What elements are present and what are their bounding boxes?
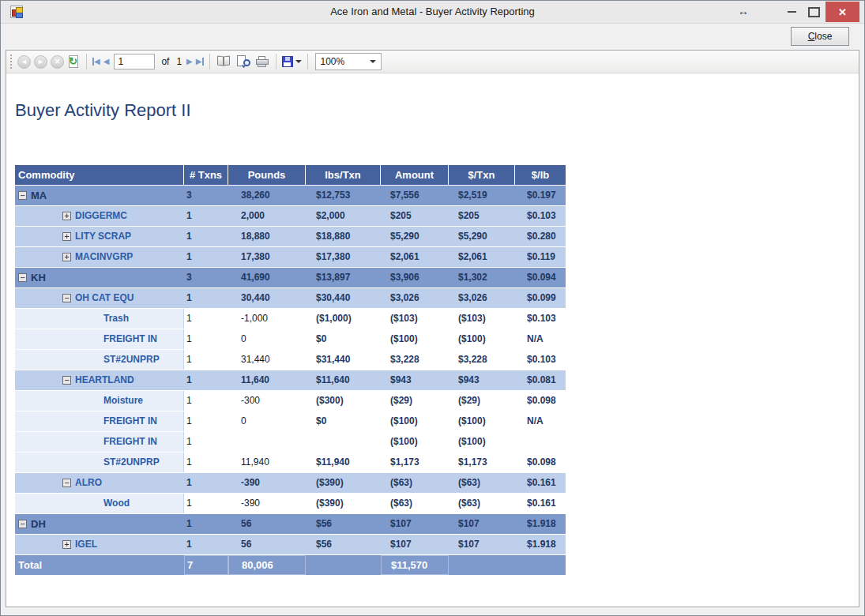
- expand-icon[interactable]: +: [62, 253, 71, 261]
- lbs-txn-cell: ($390): [306, 494, 381, 513]
- minimize-button[interactable]: [788, 11, 796, 13]
- per-txn-cell: ($29): [449, 391, 515, 411]
- commodity-label: Wood: [103, 494, 130, 513]
- amount-cell: $205: [381, 206, 449, 226]
- per-txn-cell: $5,290: [449, 227, 515, 246]
- zoom-dropdown-icon: [370, 60, 376, 63]
- per-lb-cell: $0.197: [515, 186, 566, 205]
- amount-cell: ($100): [381, 411, 449, 431]
- total-per-txn-cell: [449, 555, 515, 575]
- resize-icon[interactable]: ↔: [733, 1, 754, 23]
- commodity-label: MACINVGRP: [75, 247, 133, 267]
- per-txn-cell: $2,061: [449, 247, 515, 267]
- per-lb-cell: $1.918: [515, 514, 566, 534]
- table-row: +IGEL156$56$107$107$1.918: [15, 535, 566, 555]
- collapse-icon[interactable]: −: [62, 294, 71, 302]
- stop-button[interactable]: ✕: [51, 55, 64, 69]
- close-window-button[interactable]: ✕: [826, 2, 859, 22]
- amount-cell: $943: [381, 370, 449, 390]
- page-setup-button[interactable]: [216, 56, 231, 67]
- commodity-cell: ST#2UNPRP: [15, 350, 184, 370]
- commodity-cell: Wood: [15, 494, 184, 513]
- lbs-txn-cell: ($1,000): [306, 309, 381, 329]
- commodity-label: KH: [31, 268, 46, 287]
- per-txn-cell: $1,173: [449, 453, 515, 472]
- forward-button[interactable]: ►: [34, 55, 47, 69]
- commodity-label: DH: [31, 514, 46, 534]
- txns-cell: 1: [184, 247, 228, 267]
- refresh-button[interactable]: ↻: [67, 55, 81, 69]
- commodity-cell: Trash: [15, 309, 184, 329]
- first-page-button[interactable]: ◀: [92, 58, 100, 66]
- amount-cell: ($29): [381, 391, 449, 411]
- commodity-label: HEARTLAND: [75, 370, 134, 390]
- per-txn-cell: ($100): [449, 432, 515, 452]
- zoom-select[interactable]: 100%: [315, 53, 382, 70]
- pounds-cell: 0: [228, 329, 306, 349]
- per-txn-cell: $205: [449, 206, 515, 226]
- per-txn-cell: ($100): [449, 329, 515, 349]
- per-txn-cell: ($103): [449, 309, 515, 329]
- amount-cell: $3,228: [381, 350, 449, 370]
- txns-cell: 1: [184, 227, 228, 246]
- per-lb-cell: $0.094: [515, 268, 566, 287]
- zoom-level: 100%: [321, 56, 345, 67]
- commodity-cell: FREIGHT IN: [15, 411, 184, 431]
- collapse-icon[interactable]: −: [18, 191, 27, 200]
- toolbar-grip[interactable]: [10, 54, 13, 69]
- amount-cell: $3,906: [381, 268, 449, 287]
- back-button[interactable]: ◄: [17, 55, 31, 69]
- commodity-label: FREIGHT IN: [103, 411, 157, 431]
- txns-cell: 1: [184, 370, 228, 390]
- txns-cell: 1: [184, 350, 228, 370]
- pounds-cell: 17,380: [228, 247, 306, 267]
- lbs-txn-cell: $31,440: [306, 350, 381, 370]
- close-button[interactable]: Close: [791, 27, 849, 46]
- print-button[interactable]: [255, 56, 269, 68]
- lbs-txn-cell: $11,640: [306, 370, 381, 390]
- commodity-cell: −HEARTLAND: [15, 370, 184, 390]
- export-dropdown-icon: [295, 60, 302, 63]
- lbs-txn-cell: $17,380: [306, 247, 381, 267]
- commodity-cell: −ALRO: [15, 473, 184, 493]
- collapse-icon[interactable]: −: [62, 479, 71, 487]
- expand-icon[interactable]: +: [62, 232, 71, 241]
- collapse-icon[interactable]: −: [18, 520, 27, 528]
- table-row: −KH341,690$13,897$3,906$1,302$0.094: [15, 268, 566, 288]
- commodity-label: MA: [31, 186, 47, 205]
- pounds-cell: -390: [228, 494, 306, 513]
- next-page-button[interactable]: ▶: [186, 58, 193, 66]
- txns-cell: 3: [184, 268, 228, 287]
- per-lb-cell: [515, 432, 566, 452]
- prev-page-button[interactable]: ◀: [103, 58, 110, 66]
- txns-cell: 1: [184, 453, 228, 472]
- collapse-icon[interactable]: −: [18, 273, 27, 282]
- commodity-label: Trash: [103, 309, 129, 329]
- txns-cell: 3: [184, 186, 228, 205]
- commodity-cell: −DH: [15, 514, 184, 534]
- magnifier-icon: [243, 59, 250, 66]
- last-page-button[interactable]: ▶: [196, 58, 204, 66]
- stop-icon: ✕: [51, 55, 64, 69]
- collapse-icon[interactable]: −: [62, 376, 71, 385]
- refresh-icon: ↻: [69, 55, 77, 67]
- commodity-label: FREIGHT IN: [103, 432, 157, 452]
- txns-cell: 1: [184, 329, 228, 349]
- expand-icon[interactable]: +: [62, 540, 71, 549]
- lbs-txn-cell: ($390): [306, 473, 381, 493]
- print-layout-button[interactable]: [236, 55, 250, 68]
- maximize-button[interactable]: [808, 7, 820, 17]
- table-row: −OH CAT EQU130,440$30,440$3,026$3,026$0.…: [15, 288, 566, 309]
- column-header-pounds: Pounds: [228, 165, 306, 185]
- page-number-input[interactable]: [114, 54, 155, 69]
- pounds-cell: 41,690: [228, 268, 306, 287]
- total-row: Total780,006$11,570: [15, 555, 566, 576]
- export-button[interactable]: [282, 56, 302, 67]
- commodity-cell: +IGEL: [15, 535, 184, 554]
- pounds-cell: -1,000: [228, 309, 306, 329]
- export-icon: [282, 56, 293, 67]
- page-count-label: of1: [161, 56, 182, 67]
- expand-icon[interactable]: +: [62, 212, 71, 220]
- pounds-cell: 0: [228, 411, 306, 431]
- commodity-label: ST#2UNPRP: [103, 350, 160, 370]
